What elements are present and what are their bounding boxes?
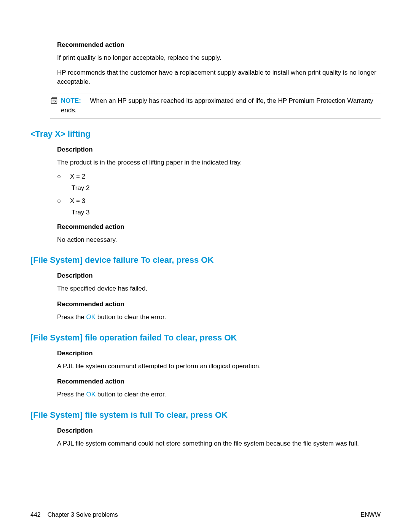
heading-recommended-action: Recommended action (57, 41, 381, 49)
heading-fs-file-system-full: [File System] file system is full To cle… (30, 410, 381, 420)
text-prefix: Press the (57, 391, 86, 398)
section-fs-file-operation-failed: Description A PJL file system command at… (57, 350, 381, 399)
body-text: If print quality is no longer acceptable… (57, 53, 381, 63)
list-block: ○ X = 3 (57, 197, 381, 205)
bullet-icon: ○ (57, 173, 63, 181)
note-label: NOTE: (61, 97, 81, 104)
body-text: The product is in the process of lifting… (57, 158, 381, 168)
text-suffix: button to clear the error. (96, 313, 166, 321)
list-item-label: X = 2 (70, 173, 85, 181)
list-subtext: Tray 2 (72, 184, 381, 192)
ok-text: OK (86, 391, 96, 398)
heading-recommended-action: Recommended action (57, 223, 381, 231)
list-subtext: Tray 3 (72, 209, 381, 216)
heading-description: Description (57, 427, 381, 435)
chapter-title: Chapter 3 Solve problems (48, 511, 118, 518)
body-text: A PJL file system command attempted to p… (57, 362, 381, 371)
body-text: The specified device has failed. (57, 284, 381, 294)
section-recommended-action: Recommended action No action necessary. (57, 223, 381, 245)
heading-description: Description (57, 272, 381, 280)
heading-fs-device-failure: [File System] device failure To clear, p… (30, 255, 381, 265)
section-fs-device-failure: Description The specified device has fai… (57, 272, 381, 322)
ok-text: OK (86, 313, 96, 321)
footer-left: 442 Chapter 3 Solve problems (30, 511, 118, 518)
list-block: ○ X = 2 (57, 173, 381, 181)
heading-description: Description (57, 350, 381, 357)
page-number: 442 (30, 511, 41, 518)
page-footer: 442 Chapter 3 Solve problems ENWW (30, 511, 381, 518)
heading-tray-lifting: <Tray X> lifting (30, 129, 381, 139)
page-body: Recommended action If print quality is n… (0, 0, 411, 532)
text-prefix: Press the (57, 313, 86, 321)
note-body: When an HP supply has reached its approx… (61, 97, 373, 114)
body-text: Press the OK button to clear the error. (57, 390, 381, 399)
note-text: NOTE: When an HP supply has reached its … (61, 96, 381, 115)
note-icon (50, 97, 58, 105)
text-suffix: button to clear the error. (96, 391, 166, 398)
heading-description: Description (57, 146, 381, 153)
body-text: A PJL file system command could not stor… (57, 439, 381, 449)
bullet-icon: ○ (57, 197, 63, 205)
heading-recommended-action: Recommended action (57, 300, 381, 308)
body-text: HP recommends that the customer have a r… (57, 68, 381, 87)
heading-fs-file-operation-failed: [File System] file operation failed To c… (30, 333, 381, 343)
section-recommended-action: Recommended action If print quality is n… (57, 41, 381, 87)
list-item: ○ X = 2 (57, 173, 381, 181)
section-tray-lifting: Description The product is in the proces… (57, 146, 381, 168)
note-callout: NOTE: When an HP supply has reached its … (50, 94, 381, 118)
list-item: ○ X = 3 (57, 197, 381, 205)
section-fs-file-system-full: Description A PJL file system command co… (57, 427, 381, 449)
list-item-label: X = 3 (70, 197, 85, 205)
heading-recommended-action: Recommended action (57, 378, 381, 385)
body-text: Press the OK button to clear the error. (57, 313, 381, 322)
footer-right: ENWW (361, 511, 381, 518)
body-text: No action necessary. (57, 235, 381, 245)
